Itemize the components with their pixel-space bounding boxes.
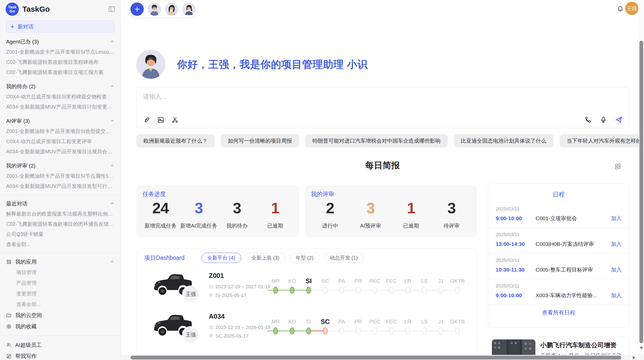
schedule-event-title: X003-车辆动力学性能验... bbox=[536, 292, 611, 299]
schedule-date: 2025/03/11 bbox=[496, 258, 622, 263]
join-link[interactable]: 加入 bbox=[611, 215, 622, 222]
list-item[interactable]: Z001-全新燃油轻卡产品开发项目SI造型提交物评审 bbox=[0, 126, 121, 136]
section-my-todo[interactable]: 我的待办 (2) bbox=[0, 81, 121, 92]
list-item[interactable]: C0X4-动力总成开发项目SI里程碑提交物检查 bbox=[0, 92, 121, 102]
vertical-scrollbar-thumb[interactable] bbox=[639, 41, 643, 343]
section-agent-done[interactable]: Agent已办 (3) bbox=[0, 37, 121, 47]
stats-row: 2 进行中 3 AI预评审 1 已逾期 3 待评审 bbox=[310, 200, 472, 229]
view-all-apps[interactable]: 查看全部... bbox=[0, 299, 121, 310]
chevron-up-icon[interactable] bbox=[110, 118, 115, 124]
project-row[interactable]: 王强 Z001 2023-12-19 ~ 2027-01-19 SI-2025-… bbox=[137, 268, 477, 309]
send-icon[interactable] bbox=[615, 116, 623, 124]
list-item[interactable]: A034-全新新能源MUV产品开发项目法规符合性评审 bbox=[0, 146, 121, 157]
section-my-apps[interactable]: 我的应用 bbox=[0, 257, 121, 267]
chevron-up-icon[interactable] bbox=[110, 201, 115, 206]
scroll-right-arrow-icon[interactable] bbox=[633, 356, 635, 359]
suggestion-chip[interactable]: 当下年轻人对汽车外观有怎样的喜好趋势 bbox=[560, 134, 644, 147]
chat-input[interactable] bbox=[143, 93, 623, 100]
app-grid-icon bbox=[6, 259, 12, 265]
horizontal-scrollbar-thumb[interactable] bbox=[130, 356, 621, 359]
chevron-up-icon[interactable] bbox=[110, 84, 115, 89]
phone-icon[interactable] bbox=[584, 116, 592, 124]
milestone-dot bbox=[438, 327, 443, 334]
paperclip-icon[interactable] bbox=[143, 116, 150, 124]
join-link[interactable]: 加入 bbox=[611, 266, 622, 273]
list-item[interactable]: 公司Q3轻卡销量 bbox=[0, 229, 121, 239]
section-my-review[interactable]: 我的评审 (2) bbox=[0, 161, 121, 171]
milestone-dots bbox=[267, 284, 466, 296]
view-all-schedule-link[interactable]: 查看所有日程 bbox=[488, 309, 629, 317]
sidebar-item-favorites[interactable]: 我的收藏 bbox=[0, 321, 121, 332]
list-item[interactable]: A034-全新新能源MUV产品开发项目造型可行性评审 bbox=[0, 181, 121, 191]
milestone-label: LS bbox=[416, 318, 433, 325]
layout-grid-icon[interactable] bbox=[614, 163, 621, 170]
section-title: 我的待办 (2) bbox=[6, 81, 36, 92]
list-item[interactable]: 解释最新出台的欧盟报废车法规再生塑料比例被调至15%... bbox=[0, 209, 121, 219]
join-link[interactable]: 加入 bbox=[611, 292, 622, 299]
divider bbox=[0, 253, 121, 253]
scissors-icon[interactable] bbox=[171, 116, 179, 124]
list-item[interactable]: C0X4-动力总成开发项目工程变更评审 bbox=[0, 136, 121, 146]
stat-value: 1 bbox=[391, 200, 431, 217]
milestone-label: J1 bbox=[433, 318, 449, 325]
section-recent-chats[interactable]: 最近对话 bbox=[0, 199, 121, 209]
add-agent-button[interactable] bbox=[130, 3, 144, 16]
suggestion-chip[interactable]: 欧洲新规最近颁布了什么？ bbox=[136, 134, 215, 147]
agent-avatar-1[interactable] bbox=[148, 3, 161, 16]
vertical-scrollbar[interactable] bbox=[639, 0, 644, 355]
join-link[interactable]: 加入 bbox=[611, 241, 622, 248]
chevron-up-icon[interactable] bbox=[110, 39, 115, 44]
milestone-labels: MR KO SI SC PA PR PEC FEC LR LS J1 OKTB bbox=[267, 274, 466, 284]
list-item[interactable]: Z001-全新燃油轻卡产品开发项目SI节点属性5D文件评审 bbox=[0, 171, 121, 181]
folder-icon bbox=[6, 312, 12, 318]
new-chat-button[interactable]: 新对话 bbox=[6, 21, 115, 33]
schedule-item: 2025/03/11 13:00-14:30 C003|H0B-方案冻结评审 加… bbox=[488, 228, 629, 253]
milestone-label: OKTB bbox=[449, 318, 466, 325]
sidebar-item-ai-staff[interactable]: AI超级员工 bbox=[0, 339, 121, 351]
list-item[interactable]: A034-全新新能源MUV产品开发项目计划变更表编写 bbox=[0, 102, 121, 112]
milestone-dot bbox=[323, 287, 328, 294]
scroll-down-arrow-icon[interactable] bbox=[640, 347, 643, 349]
suggestion-chip[interactable]: 如何写一份清晰的项目周报 bbox=[221, 134, 299, 147]
app-title: TaskGo bbox=[22, 5, 50, 13]
agent-avatar-3[interactable] bbox=[182, 3, 196, 16]
suggestion-chip[interactable]: 比亚迪全固态电池计划具体说了什么 bbox=[454, 134, 553, 147]
filter-pill[interactable]: 年型 (2) bbox=[290, 253, 319, 263]
filter-pill[interactable]: 动总开发 (1) bbox=[324, 253, 364, 263]
view-all-chats[interactable]: 查看全部... bbox=[0, 239, 121, 249]
list-item[interactable]: C02-飞腾新能源轻客改款项目的闭环通告反馈情况 bbox=[0, 219, 121, 229]
milestone-label: LS bbox=[416, 277, 433, 284]
list-item[interactable]: Z001-全新燃油皮卡产品开发项目SI节点Lesson Learn报告 bbox=[0, 47, 121, 57]
project-owner-badge: 王强 bbox=[182, 286, 199, 303]
divider bbox=[0, 336, 121, 336]
logo-line1: Task bbox=[8, 5, 16, 9]
sidebar-item-product-mgmt[interactable]: 产品管理 bbox=[0, 278, 121, 288]
milestone-label: MR bbox=[267, 277, 284, 284]
list-item[interactable]: C02-飞腾新能源轻客改款项目里程碑画布 bbox=[0, 57, 121, 67]
project-flag-date: SC-2025-05-17 bbox=[209, 333, 248, 339]
agent-avatar-2[interactable] bbox=[165, 3, 178, 16]
stat-label: 进行中 bbox=[310, 222, 350, 229]
chevron-up-icon[interactable] bbox=[110, 163, 115, 168]
section-title: 最近对话 bbox=[6, 199, 27, 209]
suggestion-chip[interactable]: 特朗普可能对进口汽车增税会对中国车企造成哪些影响 bbox=[305, 134, 448, 147]
sidebar-collapse-icon[interactable] bbox=[108, 6, 115, 13]
project-row[interactable]: 王强 A034 2023-12-19 ~ 2026-01-19 SC-2025-… bbox=[137, 309, 477, 350]
horizontal-scrollbar[interactable] bbox=[121, 355, 644, 360]
sidebar-item-cloud-space[interactable]: 我的云空间 bbox=[0, 310, 121, 321]
list-item[interactable]: C02-飞腾新能源轻客改款项目立项汇报方案 bbox=[0, 67, 121, 77]
microphone-icon[interactable] bbox=[599, 116, 607, 124]
sidebar-item-help-write[interactable]: 帮我写作 bbox=[0, 351, 121, 360]
chevron-up-icon[interactable] bbox=[110, 259, 115, 264]
sidebar-item-project-mgmt[interactable]: 项目管理 bbox=[0, 267, 121, 278]
milestone-label: LR bbox=[400, 318, 416, 325]
image-icon[interactable] bbox=[157, 116, 165, 124]
sidebar-item-change-mgmt[interactable]: 变更管理 bbox=[0, 288, 121, 299]
filter-pill[interactable]: 全新平台 (4) bbox=[201, 253, 241, 263]
user-avatar[interactable]: 王强 bbox=[625, 2, 638, 15]
section-ai-review[interactable]: AI评审 (3) bbox=[0, 116, 121, 126]
milestone-track bbox=[267, 325, 466, 336]
milestone-dot bbox=[306, 287, 311, 294]
notifications-bell-icon[interactable] bbox=[617, 5, 624, 12]
filter-pill[interactable]: 全新上装 (3) bbox=[246, 253, 285, 263]
